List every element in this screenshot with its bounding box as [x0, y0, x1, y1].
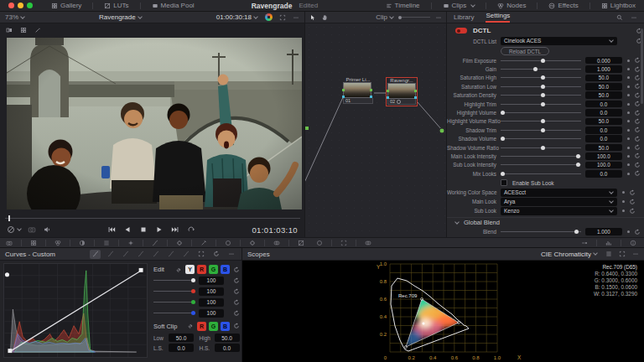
slider-track[interactable] — [501, 130, 581, 131]
slider-track[interactable] — [501, 164, 581, 165]
grade-bypass-icon[interactable] — [7, 225, 15, 234]
channel-slider[interactable] — [153, 280, 194, 281]
reset-icon[interactable] — [210, 250, 221, 259]
camera-raw-icon[interactable] — [3, 238, 15, 248]
color-match-icon[interactable] — [28, 238, 39, 248]
enable-sub-look-checkbox[interactable] — [501, 179, 507, 186]
expand-viewer-icon[interactable] — [279, 14, 286, 21]
node-02-selected[interactable]: Ravengr... 02 — [386, 77, 418, 106]
play-icon[interactable] — [155, 225, 164, 234]
expand-icon[interactable] — [195, 250, 206, 259]
slider-value[interactable]: 50.0 — [585, 83, 622, 90]
slider-track[interactable] — [501, 77, 581, 78]
reset-icon[interactable] — [634, 229, 641, 235]
reset-icon[interactable] — [634, 127, 641, 133]
gallery-button[interactable]: Gallery — [46, 0, 86, 11]
tab-settings[interactable]: Settings — [486, 12, 510, 23]
sizing-icon[interactable] — [338, 238, 350, 248]
field-value[interactable]: 0.0 — [215, 344, 240, 352]
hue-vs-lum-icon[interactable] — [135, 250, 146, 259]
slider-value[interactable]: 100.0 — [585, 162, 622, 169]
dropdown-field[interactable]: Arya — [501, 198, 617, 205]
lightbox-button[interactable]: Lightbox — [596, 0, 641, 11]
reset-icon[interactable] — [634, 153, 641, 159]
color-warper-icon[interactable] — [174, 238, 185, 248]
viewer-timecode[interactable]: 01:00:30:18 — [216, 13, 257, 21]
viewer-scrub-bar[interactable] — [5, 215, 300, 220]
slider-track[interactable] — [501, 138, 581, 139]
scope-expand-icon[interactable] — [619, 251, 626, 257]
slider-track[interactable] — [501, 112, 581, 113]
slider-value[interactable]: 0.000 — [585, 57, 622, 65]
hdr-icon[interactable] — [76, 238, 88, 248]
soft-clip-channel-r[interactable]: R — [197, 322, 206, 331]
qualifier-icon[interactable] — [198, 238, 210, 248]
media-pool-button[interactable]: Media Pool — [147, 0, 200, 11]
reset-icon[interactable] — [233, 299, 240, 306]
slider-track[interactable] — [501, 156, 581, 157]
edit-channel-g[interactable]: G — [209, 265, 218, 274]
reset-icon[interactable] — [233, 277, 240, 284]
image-wipe-icon[interactable] — [20, 27, 27, 34]
info-icon[interactable] — [627, 238, 639, 248]
keyframe-icon[interactable] — [627, 94, 630, 96]
reset-icon[interactable] — [629, 208, 636, 215]
slider-value[interactable]: 0.0 — [585, 109, 622, 116]
slider-value[interactable]: 0.0 — [585, 127, 622, 134]
channel-value[interactable]: 100 — [199, 309, 224, 318]
playhead[interactable] — [8, 215, 10, 221]
sat-vs-lum-icon[interactable] — [180, 250, 191, 259]
previous-clip-icon[interactable] — [107, 225, 116, 234]
slider-track[interactable] — [501, 104, 581, 105]
channel-slider[interactable] — [153, 313, 194, 313]
stop-icon[interactable] — [139, 225, 148, 234]
play-reverse-icon[interactable] — [123, 225, 132, 234]
keyframe-icon[interactable] — [627, 230, 630, 233]
keyframe-icon[interactable] — [627, 85, 630, 88]
viewer-clip-select[interactable]: Ravengrade — [99, 13, 142, 21]
tracker-icon[interactable] — [247, 238, 258, 248]
keyframe-icon[interactable] — [627, 76, 630, 79]
tab-library[interactable]: Library — [454, 13, 474, 21]
reload-dctl-button[interactable]: Reload DCTL — [501, 47, 549, 55]
enhanced-viewer-icon[interactable] — [34, 27, 41, 34]
keyframe-icon[interactable] — [627, 120, 630, 122]
motion-effects-icon[interactable] — [125, 238, 137, 248]
dctl-list-dropdown[interactable]: Cinelook ACES — [501, 37, 617, 44]
slider-value[interactable]: 0.0 — [585, 170, 622, 178]
slider-track[interactable] — [501, 86, 581, 87]
keyframe-icon[interactable] — [627, 173, 630, 175]
highlight-icon[interactable] — [579, 238, 590, 248]
dropdown-field[interactable]: Kenzo — [501, 207, 617, 215]
slider-value[interactable]: 50.0 — [585, 91, 622, 99]
grade-snapshot-icon[interactable] — [28, 225, 36, 234]
node-graph[interactable]: Primer Li... 01 Ravengr... 02 — [304, 23, 447, 237]
slider-value[interactable]: 0.0 — [585, 135, 622, 142]
reset-icon[interactable] — [634, 170, 641, 177]
split-screen-icon[interactable] — [6, 27, 13, 34]
reset-icon[interactable] — [634, 75, 641, 81]
node-mode-select[interactable]: Clip — [376, 13, 393, 21]
clips-button[interactable]: Clips — [438, 0, 480, 11]
reset-icon[interactable] — [233, 310, 240, 317]
reset-icon[interactable] — [634, 110, 641, 116]
node-options-icon[interactable] — [435, 14, 442, 21]
slider-value[interactable]: 0.0 — [585, 101, 622, 108]
settings-scrollbar[interactable] — [641, 28, 643, 104]
magic-mask-icon[interactable] — [271, 238, 283, 248]
reset-icon[interactable] — [634, 92, 641, 99]
hue-vs-sat-icon[interactable] — [120, 250, 131, 259]
reset-icon[interactable] — [634, 162, 641, 168]
channel-value[interactable]: 100 — [199, 298, 224, 307]
keyframe-icon[interactable] — [627, 59, 630, 62]
reset-curves-icon[interactable] — [233, 266, 240, 273]
hue-vs-hue-icon[interactable] — [105, 250, 116, 259]
soft-clip-channel-g[interactable]: G — [209, 322, 218, 331]
viewer-zoom-select[interactable]: 73% — [5, 13, 24, 21]
keyframe-icon[interactable] — [622, 191, 625, 194]
curves-icon[interactable] — [149, 238, 161, 248]
keyframe-icon[interactable] — [627, 103, 630, 106]
keyframe-icon[interactable] — [627, 155, 630, 158]
effects-button[interactable]: Effects — [543, 0, 583, 11]
slider-value[interactable]: 1.000 — [585, 228, 622, 235]
